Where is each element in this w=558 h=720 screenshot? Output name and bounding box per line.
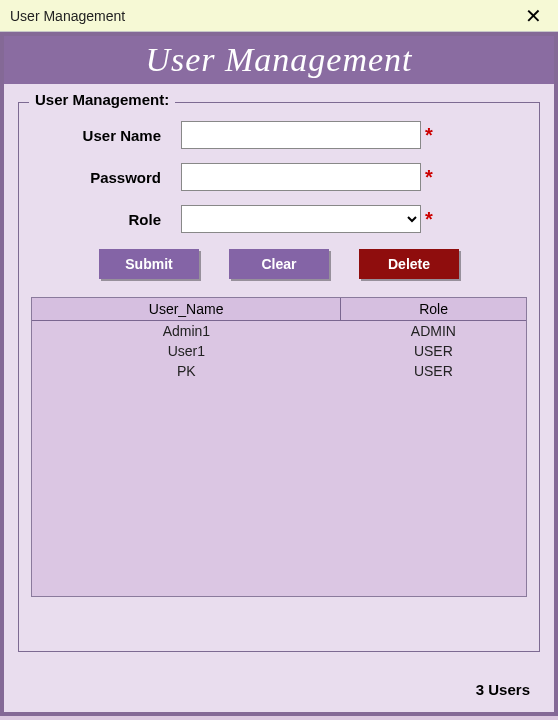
group-legend: User Management: xyxy=(29,91,175,108)
username-row: User Name * xyxy=(31,121,527,149)
required-asterisk-icon: * xyxy=(425,208,433,231)
cell-role: USER xyxy=(341,341,526,361)
required-asterisk-icon: * xyxy=(425,166,433,189)
required-asterisk-icon: * xyxy=(425,124,433,147)
clear-button[interactable]: Clear xyxy=(229,249,329,279)
username-label: User Name xyxy=(31,127,181,144)
password-label: Password xyxy=(31,169,181,186)
button-row: Submit Clear Delete xyxy=(31,249,527,279)
cell-role: USER xyxy=(341,361,526,381)
window-body: User Management User Management: User Na… xyxy=(0,32,558,716)
role-row: Role * xyxy=(31,205,527,233)
username-input[interactable] xyxy=(181,121,421,149)
delete-button[interactable]: Delete xyxy=(359,249,459,279)
cell-role: ADMIN xyxy=(341,321,526,342)
role-label: Role xyxy=(31,211,181,228)
close-icon[interactable]: ✕ xyxy=(519,4,548,28)
table-row[interactable]: PK USER xyxy=(32,361,526,381)
submit-button[interactable]: Submit xyxy=(99,249,199,279)
col-header-username[interactable]: User_Name xyxy=(32,298,341,321)
header-banner: User Management xyxy=(4,36,554,84)
table-row[interactable]: Admin1 ADMIN xyxy=(32,321,526,342)
users-table: User_Name Role Admin1 ADMIN User1 USER P… xyxy=(32,298,526,381)
table-row[interactable]: User1 USER xyxy=(32,341,526,361)
user-management-group: User Management: User Name * Password * … xyxy=(18,102,540,652)
role-select[interactable] xyxy=(181,205,421,233)
cell-user: Admin1 xyxy=(32,321,341,342)
window-titlebar: User Management ✕ xyxy=(0,0,558,32)
col-header-role[interactable]: Role xyxy=(341,298,526,321)
status-count: 3 Users xyxy=(476,681,530,698)
cell-user: User1 xyxy=(32,341,341,361)
cell-user: PK xyxy=(32,361,341,381)
banner-title: User Management xyxy=(145,41,412,79)
password-row: Password * xyxy=(31,163,527,191)
password-input[interactable] xyxy=(181,163,421,191)
users-table-wrap: User_Name Role Admin1 ADMIN User1 USER P… xyxy=(31,297,527,597)
window-title: User Management xyxy=(10,8,125,24)
